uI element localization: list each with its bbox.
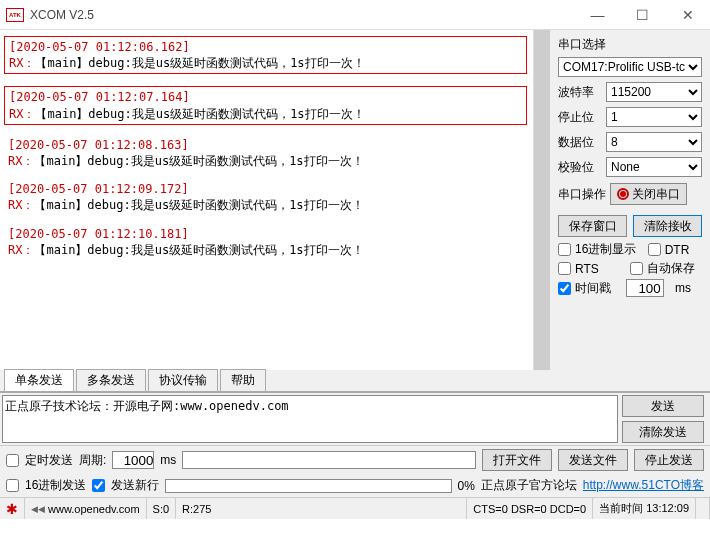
terminal-entry: [2020-05-07 01:12:10.181]RX：【main】debug:…: [8, 226, 541, 258]
record-icon: [617, 188, 629, 200]
file-path-input[interactable]: [182, 451, 476, 469]
forum-text: 正点原子官方论坛: [481, 477, 577, 494]
timed-send-checkbox[interactable]: [6, 454, 19, 467]
maximize-button[interactable]: ☐: [620, 0, 665, 30]
baud-select[interactable]: 115200: [606, 82, 702, 102]
hex-display-checkbox[interactable]: [558, 243, 571, 256]
baud-label: 波特率: [558, 84, 602, 101]
tab-multi-send[interactable]: 多条发送: [76, 369, 146, 391]
status-received: R:275: [176, 498, 467, 519]
terminal-entry: [2020-05-07 01:12:09.172]RX：【main】debug:…: [8, 181, 541, 213]
close-port-button[interactable]: 关闭串口: [610, 183, 687, 205]
send-button[interactable]: 发送: [622, 395, 704, 417]
titlebar: ATK XCOM V2.5 — ☐ ✕: [0, 0, 710, 30]
terminal-entry: [2020-05-07 01:12:07.164]RX：【main】debug:…: [4, 86, 527, 124]
timestamp-checkbox[interactable]: [558, 282, 571, 295]
progress-percent: 0%: [458, 479, 475, 493]
send-file-button[interactable]: 发送文件: [558, 449, 628, 471]
side-panel: 串口选择 COM17:Prolific USB-tc 波特率115200 停止位…: [550, 30, 710, 370]
port-select[interactable]: COM17:Prolific USB-tc: [558, 57, 702, 77]
close-button[interactable]: ✕: [665, 0, 710, 30]
gear-icon[interactable]: ✱: [6, 501, 18, 517]
status-line-state: CTS=0 DSR=0 DCD=0: [467, 498, 593, 519]
forum-link[interactable]: http://www.51CTO博客: [583, 477, 704, 494]
chevron-left-icon[interactable]: ◀◀: [31, 504, 45, 514]
data-label: 数据位: [558, 134, 602, 151]
parity-select[interactable]: None: [606, 157, 702, 177]
terminal-output: [2020-05-07 01:12:06.162]RX：【main】debug:…: [0, 30, 550, 370]
op-label: 串口操作: [558, 186, 606, 203]
stop-send-button[interactable]: 停止发送: [634, 449, 704, 471]
tab-single-send[interactable]: 单条发送: [4, 369, 74, 391]
save-window-button[interactable]: 保存窗口: [558, 215, 627, 237]
period-input[interactable]: [112, 451, 154, 469]
stop-label: 停止位: [558, 109, 602, 126]
status-bar: ✱ ◀◀ www.openedv.com S:0 R:275 CTS=0 DSR…: [0, 497, 710, 519]
terminal-entry: [2020-05-07 01:12:08.163]RX：【main】debug:…: [8, 137, 541, 169]
progress-bar: [165, 479, 451, 493]
tabs: 单条发送 多条发送 协议传输 帮助: [0, 370, 710, 392]
send-textarea[interactable]: 正点原子技术论坛：开源电子网:www.openedv.com: [2, 395, 618, 443]
window-title: XCOM V2.5: [30, 8, 94, 22]
parity-label: 校验位: [558, 159, 602, 176]
data-select[interactable]: 8: [606, 132, 702, 152]
terminal-scrollbar[interactable]: [533, 30, 549, 370]
stop-select[interactable]: 1: [606, 107, 702, 127]
terminal-entry: [2020-05-07 01:12:06.162]RX：【main】debug:…: [4, 36, 527, 74]
clear-receive-button[interactable]: 清除接收: [633, 215, 702, 237]
tab-help[interactable]: 帮助: [220, 369, 266, 391]
status-sent: S:0: [147, 498, 177, 519]
timestamp-interval-input[interactable]: [626, 279, 664, 297]
clear-send-button[interactable]: 清除发送: [622, 421, 704, 443]
hex-send-checkbox[interactable]: [6, 479, 19, 492]
app-logo: ATK: [6, 8, 24, 22]
autosave-checkbox[interactable]: [630, 262, 643, 275]
tab-protocol[interactable]: 协议传输: [148, 369, 218, 391]
rts-checkbox[interactable]: [558, 262, 571, 275]
send-newline-checkbox[interactable]: [92, 479, 105, 492]
status-site: www.openedv.com: [48, 503, 140, 515]
status-time: 当前时间 13:12:09: [593, 498, 696, 519]
port-select-label: 串口选择: [558, 36, 702, 53]
open-file-button[interactable]: 打开文件: [482, 449, 552, 471]
dtr-checkbox[interactable]: [648, 243, 661, 256]
minimize-button[interactable]: —: [575, 0, 620, 30]
